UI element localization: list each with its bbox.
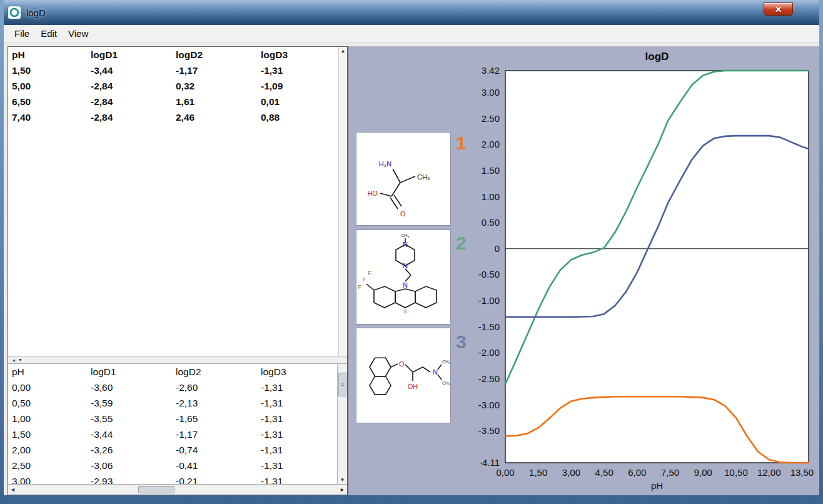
y-tick-label: 2.50 bbox=[482, 113, 500, 124]
svg-text:O: O bbox=[399, 360, 405, 368]
cell: 1,00 bbox=[12, 413, 91, 425]
top-vertical-scrollbar[interactable]: ▲ bbox=[338, 47, 347, 356]
svg-text:F: F bbox=[358, 284, 361, 290]
scroll-up-icon[interactable]: ▲ bbox=[339, 48, 347, 54]
y-tick-label: -1.50 bbox=[478, 321, 500, 332]
table-row[interactable]: 2,00-3,26-0,74-1,31 bbox=[8, 442, 337, 458]
cell: 0,01 bbox=[261, 96, 338, 108]
y-tick-label: -0.50 bbox=[478, 269, 500, 280]
x-tick-label: 4,50 bbox=[595, 467, 613, 478]
top-table: pHlogD1logD2logD31,50-3,44-1,17-1,315,00… bbox=[8, 47, 338, 356]
cell: 1,61 bbox=[176, 96, 261, 108]
column-header: logD2 bbox=[176, 366, 261, 378]
scrollbar-thumb[interactable]: ≡ bbox=[338, 373, 346, 396]
menu-bar: FileEditView bbox=[4, 25, 819, 43]
x-tick-label: 10,50 bbox=[724, 467, 748, 478]
x-tick-label: 0,00 bbox=[496, 467, 514, 478]
table-row[interactable]: 1,50-3,44-1,17-1,31 bbox=[8, 426, 337, 442]
x-tick-label: 7,50 bbox=[661, 467, 679, 478]
cell: -2,93 bbox=[91, 476, 176, 485]
structure-image-2[interactable]: CH₃ N N N S F F F bbox=[356, 229, 451, 325]
chart-pane: logD3.423.002.502.001.501.000.500-0.50-1… bbox=[348, 46, 819, 495]
cell: 0,88 bbox=[261, 112, 338, 123]
x-tick-label: 1,50 bbox=[529, 467, 547, 478]
x-tick-label: 12,00 bbox=[757, 467, 781, 478]
table-row[interactable]: 1,50-3,44-1,17-1,31 bbox=[8, 63, 338, 78]
svg-text:S: S bbox=[403, 308, 407, 315]
scroll-down-icon[interactable]: ▼ bbox=[338, 477, 347, 483]
cell: -1,31 bbox=[261, 429, 337, 440]
y-tick-label: -4.11 bbox=[479, 457, 500, 468]
menu-item-edit[interactable]: Edit bbox=[35, 26, 63, 41]
cell: 0,50 bbox=[12, 398, 91, 409]
column-header: pH bbox=[12, 49, 91, 61]
cell: -0,21 bbox=[176, 476, 261, 485]
svg-text:N: N bbox=[403, 281, 408, 289]
svg-text:N: N bbox=[403, 241, 408, 248]
column-header: logD1 bbox=[91, 366, 176, 378]
table-row[interactable]: 0,00-3,60-2,60-1,31 bbox=[8, 380, 337, 395]
table-row[interactable]: 5,00-2,840,32-1,09 bbox=[8, 78, 338, 94]
content-area: pHlogD1logD2logD31,50-3,44-1,17-1,315,00… bbox=[4, 43, 819, 495]
app-icon bbox=[8, 6, 21, 19]
x-tick-label: 3,00 bbox=[562, 467, 580, 478]
table-row[interactable]: 2,50-3,06-0,41-1,31 bbox=[8, 458, 337, 473]
svg-text:OH: OH bbox=[408, 383, 418, 390]
table-row[interactable]: 3,00-2,93-0,21-1,31 bbox=[8, 473, 337, 484]
cell: -1,09 bbox=[261, 81, 338, 92]
grip-icon: ≡ bbox=[341, 381, 344, 388]
structure-image-1[interactable]: H₂N CH₃ HO O bbox=[356, 132, 451, 226]
menu-item-file[interactable]: File bbox=[9, 26, 35, 41]
table-row[interactable]: 6,50-2,841,610,01 bbox=[8, 94, 338, 109]
cell: -2,60 bbox=[176, 382, 261, 393]
cell: -1,65 bbox=[176, 413, 261, 425]
svg-text:F: F bbox=[368, 270, 371, 276]
cell: 1,50 bbox=[12, 429, 91, 440]
cell: 2,46 bbox=[176, 112, 261, 123]
scroll-right-icon[interactable]: ► bbox=[340, 486, 345, 493]
y-tick-label: 3.00 bbox=[482, 87, 500, 98]
cell: -3,26 bbox=[91, 445, 176, 456]
y-tick-label: 0 bbox=[495, 243, 500, 254]
series-2-label: 2 bbox=[456, 234, 467, 253]
scrollbar-thumb[interactable] bbox=[138, 486, 174, 493]
cell: 0,32 bbox=[176, 81, 261, 92]
svg-text:O: O bbox=[400, 210, 406, 218]
app-window: logD ✕ FileEditView pHlogD1logD2logD31,5… bbox=[0, 0, 823, 504]
cell: -1,31 bbox=[261, 65, 338, 76]
svg-text:CH₃: CH₃ bbox=[442, 360, 450, 364]
scroll-left-icon[interactable]: ◄ bbox=[10, 486, 16, 493]
column-header: logD3 bbox=[261, 366, 337, 378]
cell: 6,50 bbox=[12, 96, 91, 108]
cell: -2,13 bbox=[176, 398, 261, 409]
svg-text:F: F bbox=[363, 276, 366, 283]
table-row[interactable]: 0,50-3,59-2,13-1,31 bbox=[8, 395, 337, 411]
table-row[interactable]: 7,40-2,842,460,88 bbox=[8, 109, 338, 125]
column-header: logD3 bbox=[261, 49, 338, 61]
y-tick-label: -2.00 bbox=[478, 347, 500, 358]
svg-text:CH₃: CH₃ bbox=[417, 173, 430, 181]
cell: -1,31 bbox=[261, 476, 337, 485]
menu-item-view[interactable]: View bbox=[63, 26, 94, 41]
table-row[interactable]: 1,00-3,55-1,65-1,31 bbox=[8, 411, 337, 426]
cell: -1,17 bbox=[176, 65, 261, 76]
cell: -2,84 bbox=[91, 96, 176, 108]
cell: -3,44 bbox=[91, 65, 176, 76]
cell: -0,74 bbox=[176, 445, 261, 456]
x-tick-label: 6,00 bbox=[628, 467, 646, 478]
window-bottom-frame bbox=[4, 495, 819, 504]
column-header: pH bbox=[12, 366, 91, 378]
cell: -3,55 bbox=[91, 413, 176, 425]
structure-image-3[interactable]: O OH N CH₃ CH₃ bbox=[356, 328, 451, 423]
cell: -1,31 bbox=[261, 445, 337, 456]
cell: 7,40 bbox=[12, 112, 91, 123]
window-title: logD bbox=[26, 8, 46, 18]
bottom-vertical-scrollbar[interactable]: ≡ ▼ bbox=[337, 364, 347, 484]
molecule-2-icon: CH₃ N N N S F F F bbox=[356, 230, 450, 324]
data-pane: pHlogD1logD2logD31,50-3,44-1,17-1,315,00… bbox=[8, 46, 348, 495]
close-button[interactable]: ✕ bbox=[764, 3, 793, 16]
horizontal-scrollbar[interactable]: ◄ ► bbox=[8, 484, 347, 495]
svg-text:HO: HO bbox=[368, 189, 378, 197]
x-tick-label: 13,50 bbox=[790, 467, 814, 478]
pane-splitter[interactable]: ▲ ▼ bbox=[8, 356, 347, 364]
